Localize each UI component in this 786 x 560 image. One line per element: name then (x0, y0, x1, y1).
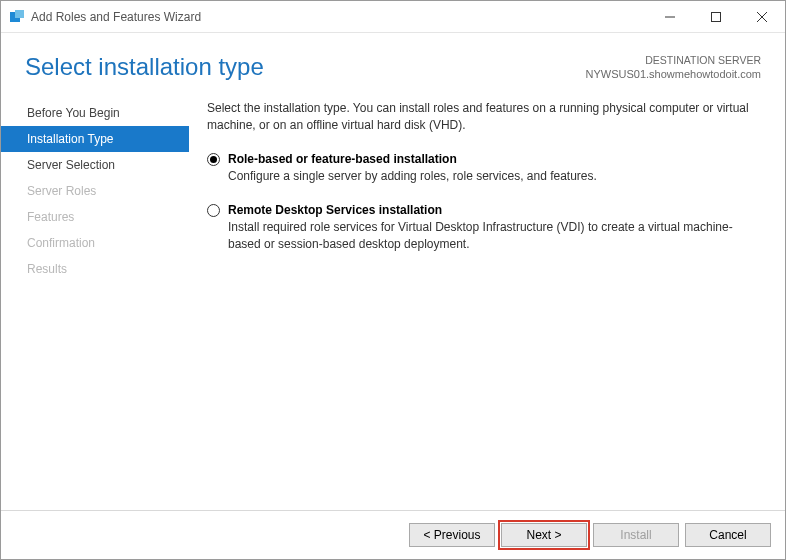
step-installation-type[interactable]: Installation Type (1, 126, 189, 152)
option-title: Remote Desktop Services installation (228, 202, 761, 219)
content-pane: Select the installation type. You can in… (189, 100, 769, 510)
svg-rect-3 (712, 12, 721, 21)
step-before-you-begin[interactable]: Before You Begin (1, 100, 189, 126)
window-controls (647, 1, 785, 32)
destination-server-name: NYWSUS01.showmehowtodoit.com (586, 67, 761, 82)
svg-rect-1 (15, 10, 24, 18)
option-desc: Configure a single server by adding role… (228, 168, 761, 185)
previous-button[interactable]: < Previous (409, 523, 495, 547)
step-results: Results (1, 256, 189, 282)
window-title: Add Roles and Features Wizard (31, 10, 647, 24)
radio-remote-desktop[interactable] (207, 204, 220, 217)
header: Select installation type DESTINATION SER… (1, 33, 785, 94)
step-server-roles: Server Roles (1, 178, 189, 204)
maximize-button[interactable] (693, 1, 739, 32)
step-features: Features (1, 204, 189, 230)
option-role-based[interactable]: Role-based or feature-based installation… (207, 151, 761, 186)
close-button[interactable] (739, 1, 785, 32)
footer: < Previous Next > Install Cancel (1, 510, 785, 559)
intro-text: Select the installation type. You can in… (207, 100, 761, 135)
app-icon (9, 9, 25, 25)
step-confirmation: Confirmation (1, 230, 189, 256)
install-button: Install (593, 523, 679, 547)
page-title: Select installation type (25, 53, 586, 81)
next-button[interactable]: Next > (501, 523, 587, 547)
option-remote-desktop[interactable]: Remote Desktop Services installation Ins… (207, 202, 761, 254)
step-server-selection[interactable]: Server Selection (1, 152, 189, 178)
destination-server-info: DESTINATION SERVER NYWSUS01.showmehowtod… (586, 53, 761, 82)
titlebar: Add Roles and Features Wizard (1, 1, 785, 33)
body: Before You Begin Installation Type Serve… (1, 94, 785, 510)
option-desc: Install required role services for Virtu… (228, 219, 761, 254)
destination-server-label: DESTINATION SERVER (586, 53, 761, 67)
radio-role-based[interactable] (207, 153, 220, 166)
option-title: Role-based or feature-based installation (228, 151, 761, 168)
cancel-button[interactable]: Cancel (685, 523, 771, 547)
wizard-window: Add Roles and Features Wizard Select ins… (0, 0, 786, 560)
steps-sidebar: Before You Begin Installation Type Serve… (1, 100, 189, 510)
minimize-button[interactable] (647, 1, 693, 32)
